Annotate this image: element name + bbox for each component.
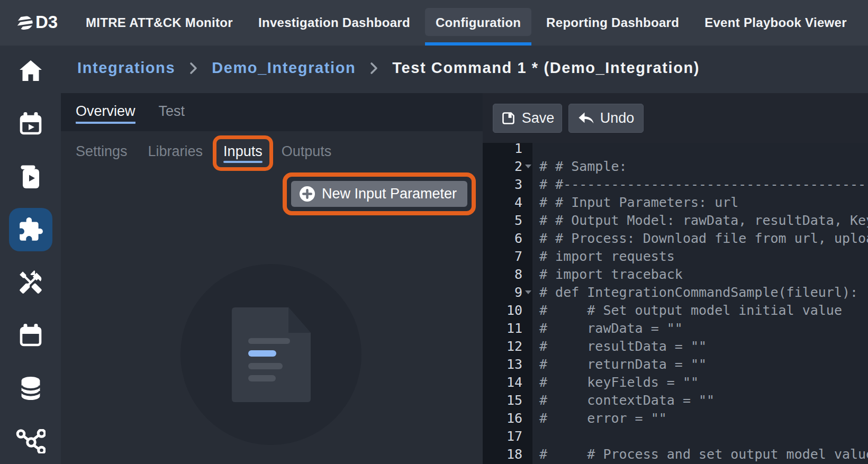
- code-editor[interactable]: 123456789101112131415161718 # # Sample:#…: [483, 143, 868, 464]
- subtab-underline: [282, 161, 332, 163]
- line-number: 15: [483, 392, 532, 410]
- line-number: 4: [483, 194, 532, 212]
- line-number-text: 6: [514, 231, 522, 246]
- nav-item-mitre-att-ck-monitor[interactable]: MITRE ATT&CK Monitor: [75, 0, 243, 46]
- line-number: 5: [483, 212, 532, 230]
- line-number-text: 12: [507, 339, 522, 354]
- save-button[interactable]: Save: [493, 104, 562, 133]
- sidebar-item-utilities-tools[interactable]: [9, 261, 52, 304]
- network-share-icon: [16, 429, 46, 453]
- command-overview-panel: OverviewTest SettingsLibrariesInputsOutp…: [61, 93, 483, 464]
- database-icon: [19, 376, 43, 401]
- sidebar-item-integrations-puzzle[interactable]: [9, 208, 52, 251]
- tab-test[interactable]: Test: [159, 103, 185, 124]
- save-floppy-icon: [501, 111, 516, 126]
- sidebar-item-playbook[interactable]: [9, 155, 52, 198]
- sidebar-item-network-share[interactable]: [9, 420, 52, 463]
- sidebar-item-database[interactable]: [9, 367, 52, 410]
- line-number: 8: [483, 266, 532, 284]
- fold-toggle-icon[interactable]: [525, 290, 531, 294]
- line-number-text: 15: [507, 393, 522, 408]
- d3-logo-stripes: [16, 14, 34, 32]
- sidebar-item-home[interactable]: [9, 49, 52, 93]
- breadcrumb: IntegrationsDemo_IntegrationTest Command…: [61, 46, 868, 93]
- code-line: # error = "": [539, 410, 868, 427]
- code-line: # contextData = "": [539, 392, 868, 410]
- integrations-puzzle-icon: [17, 216, 44, 243]
- document-icon: [232, 307, 311, 402]
- subtab-libraries[interactable]: Libraries: [148, 143, 203, 163]
- playbook-icon: [19, 165, 43, 189]
- new-input-annotation-highlight: New Input Parameter: [283, 172, 476, 215]
- line-number: 14: [483, 374, 532, 392]
- d3-logo[interactable]: D3: [0, 0, 75, 46]
- d3-logo-text: D3: [35, 12, 58, 32]
- code-line: # # Process and set output model value: [539, 445, 868, 463]
- line-number: 11: [483, 320, 532, 338]
- line-number-text: 3: [514, 177, 522, 192]
- breadcrumb-item-1[interactable]: Integrations: [77, 59, 175, 77]
- line-number: 13: [483, 356, 532, 374]
- code-line: # import requests: [539, 248, 868, 266]
- utilities-tools-icon: [17, 269, 44, 296]
- plus-circle-icon: [299, 186, 315, 202]
- save-button-label: Save: [522, 110, 555, 126]
- line-number-text: 1: [514, 143, 522, 156]
- editor-toolbar: Save Undo: [483, 93, 868, 143]
- code-editor-panel: Save Undo 123456789101112131415161718 # …: [483, 93, 868, 464]
- line-number: 10: [483, 302, 532, 320]
- line-number-text: 18: [507, 447, 522, 462]
- tab-overview[interactable]: Overview: [76, 103, 135, 124]
- code-line: # # Output Model: rawData, resultData, K…: [539, 212, 868, 230]
- event-monitor-icon: [19, 112, 43, 136]
- subtab-outputs[interactable]: Outputs: [282, 143, 332, 163]
- nav-item-reporting-dashboard[interactable]: Reporting Dashboard: [536, 0, 690, 46]
- new-input-parameter-label: New Input Parameter: [322, 186, 457, 202]
- playbook-icon: [19, 165, 43, 189]
- nav-item-configuration[interactable]: Configuration: [425, 0, 531, 46]
- nav-item-investigation-dashboard[interactable]: Investigation Dashboard: [248, 0, 421, 46]
- fold-toggle-icon[interactable]: [525, 165, 531, 168]
- code-line: # # Sample:: [539, 158, 868, 176]
- calendar-icon: [19, 323, 43, 348]
- code-line: # keyFields = "": [539, 374, 868, 392]
- nav-item-label: Configuration: [436, 15, 521, 30]
- integrations-puzzle-icon: [17, 216, 44, 243]
- editor-code-area[interactable]: # # Sample:# #--------------------------…: [532, 143, 868, 464]
- subtab-label: Outputs: [282, 143, 332, 159]
- new-input-parameter-button[interactable]: New Input Parameter: [291, 181, 467, 207]
- breadcrumb-item-2[interactable]: Demo_Integration: [212, 59, 356, 77]
- subtab-underline: [76, 161, 128, 163]
- nav-item-label: MITRE ATT&CK Monitor: [86, 15, 233, 30]
- undo-button[interactable]: Undo: [568, 104, 644, 133]
- line-number: 2: [483, 158, 532, 176]
- line-number-text: 10: [507, 303, 522, 318]
- empty-state: [180, 264, 361, 445]
- subtab-inputs[interactable]: Inputs: [223, 143, 263, 163]
- code-line: # returnData = "": [539, 356, 868, 374]
- chevron-right-icon: [189, 62, 197, 75]
- subtab-settings[interactable]: Settings: [76, 143, 128, 163]
- utilities-tools-icon: [17, 269, 44, 296]
- line-number-text: 11: [507, 321, 522, 336]
- panel-tabs: OverviewTest: [61, 93, 483, 131]
- subtab-label: Libraries: [148, 143, 203, 159]
- line-number-text: 16: [507, 411, 522, 426]
- database-icon: [19, 376, 43, 401]
- nav-item-event-playbook-viewer[interactable]: Event Playbook Viewer: [694, 0, 857, 46]
- d3-logo-icon: [16, 14, 34, 32]
- breadcrumb-separator-icon: [370, 62, 378, 75]
- sidebar-item-calendar[interactable]: [9, 314, 52, 357]
- line-number-text: 4: [514, 195, 522, 210]
- code-line: # # Input Parameters: url: [539, 194, 868, 212]
- line-number: 1: [483, 143, 532, 158]
- nav-item-label: Event Playbook Viewer: [704, 15, 847, 30]
- line-number-text: 13: [507, 357, 522, 372]
- subtab-label: Settings: [76, 143, 128, 159]
- line-number: 12: [483, 338, 532, 356]
- line-number-text: 14: [507, 375, 522, 390]
- inputs-annotation-highlight: Inputs: [213, 135, 273, 171]
- chevron-right-icon: [370, 62, 378, 75]
- sidebar-item-event-monitor[interactable]: [9, 102, 52, 145]
- line-number: 9: [483, 284, 532, 302]
